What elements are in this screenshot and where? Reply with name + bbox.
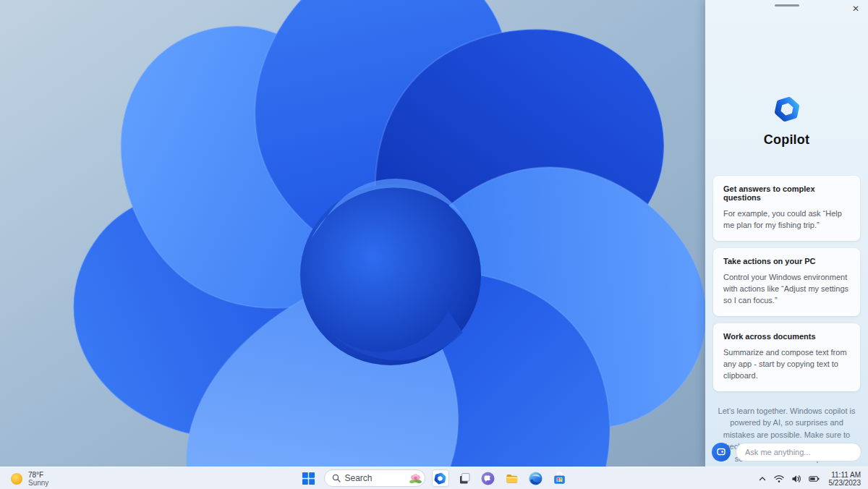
clock-date: 5/23/2023 [829, 479, 861, 487]
search-icon [332, 474, 341, 482]
card-heading: Work across documents [723, 332, 850, 341]
weather-widget[interactable]: 78°F Sunny [6, 467, 53, 489]
card-heading: Get answers to complex questions [723, 184, 850, 202]
card-body: Summarize and compose text from any app … [723, 347, 850, 382]
store-button[interactable] [551, 469, 569, 487]
clock[interactable]: 11:11 AM 5/23/2023 [825, 471, 864, 487]
ask-row [712, 443, 861, 462]
edge-icon [529, 472, 542, 485]
card-work-documents[interactable]: Work across documents Summarize and comp… [713, 323, 860, 391]
sun-icon [10, 472, 23, 485]
system-tray: 11:11 AM 5/23/2023 [756, 467, 864, 489]
windows-start-icon [302, 472, 315, 485]
file-explorer-button[interactable] [503, 469, 521, 487]
close-icon[interactable]: ✕ [849, 2, 862, 15]
bloom-wallpaper [0, 0, 705, 467]
card-body: For example, you could ask “Help me plan… [723, 208, 850, 231]
drag-handle[interactable] [775, 4, 799, 7]
chat-button[interactable] [480, 469, 497, 487]
search-highlight-flower-icon [409, 472, 422, 484]
microsoft-store-icon [553, 472, 566, 485]
copilot-brand: Copilot [713, 0, 860, 148]
card-complex-questions[interactable]: Get answers to complex questions For exa… [713, 176, 860, 241]
taskbar: 78°F Sunny Search [0, 467, 868, 489]
suggestion-cards: Get answers to complex questions For exa… [713, 176, 860, 391]
battery-icon[interactable] [807, 470, 822, 488]
copilot-logo-icon [773, 95, 801, 123]
start-button[interactable] [300, 469, 318, 487]
volume-icon[interactable] [789, 470, 804, 488]
task-view-icon [458, 472, 471, 485]
taskbar-center: Search [300, 467, 569, 489]
search-box[interactable]: Search [324, 469, 425, 487]
task-view-button[interactable] [456, 469, 473, 487]
clock-time: 11:11 AM [829, 471, 861, 479]
chat-bubble-icon [716, 447, 726, 457]
weather-condition: Sunny [28, 479, 48, 487]
hidden-icons-chevron-icon[interactable] [756, 470, 769, 488]
card-heading: Take actions on your PC [723, 257, 850, 265]
desktop[interactable] [0, 0, 705, 467]
card-take-actions[interactable]: Take actions on your PC Control your Win… [713, 248, 860, 316]
copilot-title: Copilot [764, 132, 809, 148]
copilot-avatar [712, 443, 731, 462]
taskbar-copilot-button[interactable] [432, 469, 449, 487]
search-placeholder: Search [345, 473, 404, 483]
card-body: Control your Windows environment with ac… [723, 272, 850, 307]
file-explorer-icon [505, 472, 519, 485]
weather-temp: 78°F [28, 471, 48, 479]
wifi-icon[interactable] [772, 470, 786, 488]
edge-button[interactable] [527, 469, 545, 487]
ask-me-anything-input[interactable] [736, 443, 861, 462]
copilot-panel: ✕ Copilot Get answers to complex questio [705, 0, 868, 467]
windows-desktop: ✕ Copilot Get answers to complex questio [0, 0, 868, 489]
copilot-taskbar-icon [434, 472, 446, 485]
chat-icon [481, 472, 495, 485]
